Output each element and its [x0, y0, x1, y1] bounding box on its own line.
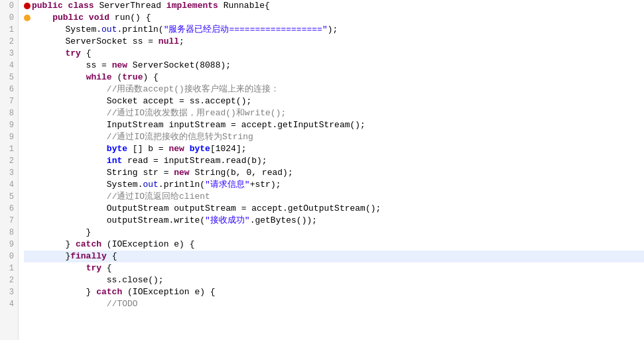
token: ServerSocket(8088);: [127, 60, 231, 72]
token: catch: [96, 286, 122, 298]
token: {: [81, 48, 92, 60]
code-line: //TODO: [24, 298, 644, 310]
line-number: 7: [3, 215, 14, 227]
token: (IOException e) {: [101, 239, 194, 251]
line-number: 6: [3, 203, 14, 215]
token: }: [24, 251, 70, 262]
token: out: [101, 24, 117, 36]
token: String(b, 0, read);: [190, 167, 293, 179]
line-number: 1: [3, 143, 14, 155]
code-area[interactable]: public class ServerThread implements Run…: [19, 0, 644, 340]
code-line: int read = inputStream.read(b);: [24, 155, 644, 167]
token: (IOException e) {: [122, 286, 215, 298]
line-number: 3: [3, 167, 14, 179]
token: System.: [24, 24, 101, 36]
token: "服务器已经启动==================": [164, 24, 328, 36]
line-number: 0: [3, 251, 14, 262]
token: new: [112, 60, 127, 72]
token: InputStream inputStream = accept.getInpu…: [24, 119, 365, 131]
line-number: 3: [3, 48, 14, 60]
token: [24, 191, 107, 203]
code-line: } catch (IOException e) {: [24, 286, 644, 298]
token: public: [52, 12, 84, 24]
token: [24, 72, 86, 84]
code-line: try {: [24, 48, 644, 60]
token: byte: [107, 143, 127, 155]
line-number: 0: [3, 12, 14, 24]
code-line: //通过IO流返回给client: [24, 191, 644, 203]
token: true: [122, 72, 143, 84]
line-number: 5: [3, 72, 14, 84]
token: }: [24, 286, 96, 298]
line-number: 5: [3, 191, 14, 203]
token: //用函数accept()接收客户端上来的连接：: [107, 84, 279, 95]
line-number: 8: [3, 107, 14, 119]
line-number: 1: [3, 262, 14, 274]
token: [184, 143, 190, 155]
code-line: Socket accept = ss.accept();: [24, 95, 644, 107]
token: {: [107, 251, 117, 262]
token: byte: [190, 143, 210, 155]
line-number: 0: [3, 0, 14, 12]
line-number: 1: [3, 24, 14, 36]
token: );: [328, 24, 338, 36]
token: [] b =: [127, 143, 168, 155]
token: catch: [76, 239, 101, 251]
line-number: 9: [3, 239, 14, 251]
line-number: 4: [3, 298, 14, 310]
token: "接收成功": [205, 215, 250, 227]
token: [24, 143, 107, 155]
token: .println(: [117, 24, 163, 36]
code-line: //通过IO流收发数据，用read()和write();: [24, 107, 644, 119]
code-line: }: [24, 227, 644, 239]
code-line: OutputStream outputStream = accept.getOu…: [24, 203, 644, 215]
token: int: [107, 155, 122, 167]
line-numbers: 00123456789912345678901234: [0, 0, 19, 340]
line-number: 6: [3, 84, 14, 95]
line-number: 3: [3, 286, 14, 298]
code-line: }finally {: [24, 251, 644, 262]
token: try: [65, 48, 80, 60]
code-line: String str = new String(b, 0, read);: [24, 167, 644, 179]
token: //通过IO流返回给client: [107, 191, 210, 203]
token: try: [86, 262, 101, 274]
token: (: [112, 72, 123, 84]
token: String str =: [24, 167, 174, 179]
line-number: 2: [3, 155, 14, 167]
code-line: byte [] b = new byte[1024];: [24, 143, 644, 155]
code-line: } catch (IOException e) {: [24, 239, 644, 251]
code-line: System.out.println("服务器已经启动=============…: [24, 24, 644, 36]
token: [24, 298, 107, 310]
token: while: [86, 72, 112, 84]
token: ServerThread: [94, 0, 166, 12]
token: [1024];: [210, 143, 247, 155]
token: [24, 48, 65, 60]
token: [24, 84, 107, 95]
debug-marker: [24, 15, 31, 21]
code-line: outputStream.write("接收成功".getBytes());: [24, 215, 644, 227]
code-editor: 00123456789912345678901234 public class …: [0, 0, 644, 340]
token: {: [101, 262, 112, 274]
token: finally: [70, 251, 107, 262]
token: [24, 155, 107, 167]
token: void: [89, 12, 109, 24]
code-line: while (true) {: [24, 72, 644, 84]
code-line: public void run() {: [24, 12, 644, 24]
token: OutputStream outputStream = accept.getOu…: [24, 203, 381, 215]
token: null: [159, 36, 179, 48]
line-number: 4: [3, 179, 14, 191]
token: [24, 262, 86, 274]
code-line: System.out.println("请求信息"+str);: [24, 179, 644, 191]
token: "请求信息": [205, 179, 250, 191]
token: new: [174, 167, 189, 179]
code-line: //通过IO流把接收的信息转为String: [24, 131, 644, 143]
token: System.: [24, 179, 143, 191]
token: +str);: [250, 179, 281, 191]
line-number: 7: [3, 95, 14, 107]
token: run() {: [109, 12, 151, 24]
code-line: ss = new ServerSocket(8088);: [24, 60, 644, 72]
line-number: 4: [3, 60, 14, 72]
token: [24, 107, 107, 119]
token: [84, 12, 89, 24]
token: implements: [166, 0, 218, 12]
